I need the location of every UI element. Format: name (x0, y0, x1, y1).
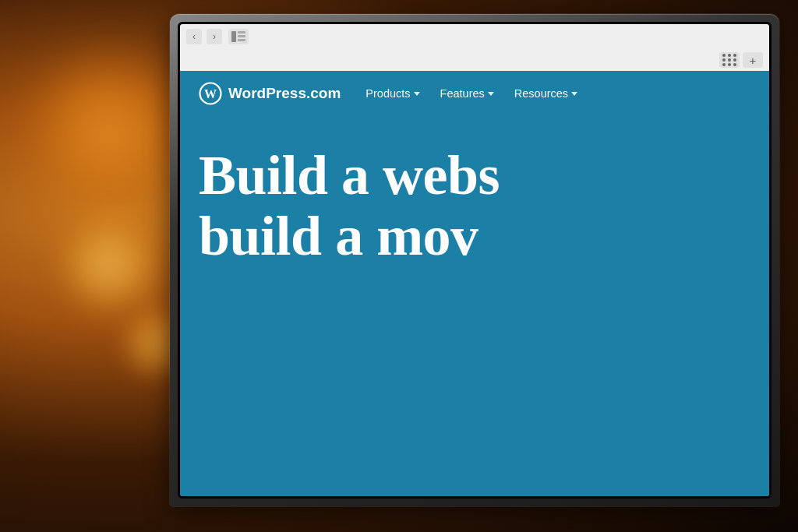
svg-rect-3 (238, 39, 245, 41)
wordpress-website: W WordPress.com Products Features (180, 71, 769, 496)
browser-tab-row: + (180, 49, 769, 71)
wp-nav-links: Products Features Resources (365, 87, 577, 100)
features-dropdown-icon (488, 92, 494, 96)
svg-rect-0 (231, 31, 236, 42)
nav-item-features[interactable]: Features (440, 87, 494, 100)
svg-rect-1 (238, 31, 245, 33)
sidebar-toggle-button[interactable] (228, 29, 249, 44)
resources-dropdown-icon (571, 92, 577, 96)
wp-logo-icon: W (199, 82, 222, 105)
nav-products-label: Products (365, 87, 410, 100)
bokeh-light-2 (62, 218, 156, 312)
wp-navbar: W WordPress.com Products Features (180, 71, 769, 115)
svg-text:W: W (204, 87, 217, 100)
nav-features-label: Features (440, 87, 485, 100)
hero-line-2: build a mov (199, 206, 750, 267)
bokeh-light-1 (23, 47, 195, 218)
nav-item-resources[interactable]: Resources (514, 87, 577, 100)
laptop-shell: ‹ › (170, 14, 779, 506)
wp-site-name: WordPress.com (228, 85, 341, 102)
browser-chrome: ‹ › (180, 24, 769, 71)
products-dropdown-icon (414, 92, 420, 96)
browser-forward-button[interactable]: › (207, 29, 222, 44)
svg-rect-2 (238, 35, 245, 37)
browser-back-button[interactable]: ‹ (186, 29, 202, 44)
screen-bezel: ‹ › (178, 22, 772, 499)
tab-grid-button[interactable] (719, 52, 740, 68)
hero-line-1: Build a webs (199, 146, 750, 206)
screen-display: ‹ › (180, 24, 769, 496)
sidebar-icon (231, 31, 245, 42)
wp-logo-area: W WordPress.com (199, 82, 341, 105)
grid-icon (722, 54, 737, 66)
nav-resources-label: Resources (514, 87, 568, 100)
wp-hero-title: Build a webs build a mov (199, 146, 750, 267)
nav-item-products[interactable]: Products (365, 87, 419, 100)
wp-hero-section: Build a webs build a mov (180, 115, 769, 496)
new-tab-button[interactable]: + (743, 52, 763, 68)
browser-toolbar: ‹ › (180, 24, 769, 49)
